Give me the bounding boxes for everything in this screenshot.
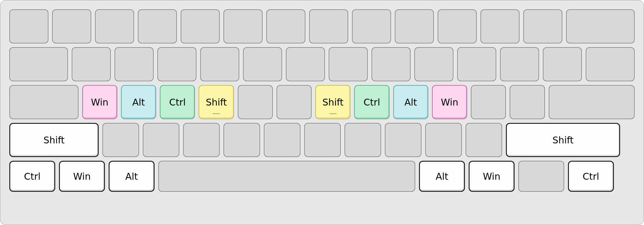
blank-key-r1-c5[interactable] [181,9,220,43]
alt-right-key[interactable]: Alt [419,161,465,192]
spacebar-key[interactable] [158,161,415,192]
blank-key-r3-c14[interactable] [549,85,635,119]
blank-key-r3-c13[interactable] [510,85,545,119]
key-label: Win [73,171,91,182]
blank-key-r3-c1[interactable] [9,85,79,119]
blank-key-r1-c6[interactable] [223,9,263,43]
win-left-key[interactable]: Win [59,161,105,192]
homerow-win-left[interactable]: Win [82,85,117,119]
shift-right-key[interactable]: Shift [506,123,620,157]
blank-key-r4-c6[interactable] [264,123,300,157]
homing-indicator [213,113,220,114]
blank-key-r3-c12[interactable] [471,85,506,119]
blank-key-r4-c7[interactable] [304,123,341,157]
keyboard-row-4: ShiftShift [9,123,635,157]
keyboard-row-3: WinAltCtrlShiftShiftCtrlAltWin [9,85,635,119]
homerow-shift-left[interactable]: Shift [199,85,234,119]
blank-key-r1-c7[interactable] [266,9,305,43]
blank-key-r2-c6[interactable] [243,47,282,81]
key-label: Ctrl [169,97,186,108]
blank-key-r4-c5[interactable] [223,123,260,157]
key-label: Shift [43,135,65,146]
homerow-win-right[interactable]: Win [432,85,467,119]
homerow-ctrl-right[interactable]: Ctrl [354,85,389,119]
blank-key-r4-c3[interactable] [143,123,179,157]
homing-indicator [329,113,337,114]
blank-key-r1-c12[interactable] [480,9,520,43]
shift-left-key[interactable]: Shift [9,123,99,157]
win-right-key[interactable]: Win [469,161,515,192]
key-label: Shift [322,97,344,108]
blank-key-r1-c13[interactable] [523,9,562,43]
keyboard-row-1 [9,9,635,43]
blank-key-r5-c7[interactable] [518,161,564,192]
blank-key-r1-c8[interactable] [309,9,348,43]
blank-key-r4-c8[interactable] [345,123,381,157]
blank-key-r2-c11[interactable] [457,47,496,81]
key-label: Alt [436,171,448,182]
blank-key-r2-c2[interactable] [72,47,111,81]
key-label: Ctrl [363,97,380,108]
blank-key-r2-c7[interactable] [286,47,325,81]
homerow-alt-right[interactable]: Alt [393,85,428,119]
blank-key-r4-c11[interactable] [466,123,502,157]
blank-key-r4-c10[interactable] [425,123,462,157]
blank-key-r1-c14[interactable] [566,9,635,43]
blank-key-r3-c6[interactable] [238,85,273,119]
blank-key-r1-c4[interactable] [138,9,177,43]
blank-key-r1-c11[interactable] [438,9,477,43]
ctrl-left-key[interactable]: Ctrl [9,161,55,192]
blank-key-r2-c5[interactable] [200,47,239,81]
key-label: Shift [552,135,574,146]
alt-left-key[interactable]: Alt [109,161,155,192]
key-label: Win [483,171,500,182]
key-label: Alt [404,97,417,108]
keyboard-row-2 [9,47,635,81]
keyboard-diagram: WinAltCtrlShiftShiftCtrlAltWinShiftShift… [0,0,644,225]
key-label: Ctrl [583,171,599,182]
homerow-ctrl-left[interactable]: Ctrl [160,85,195,119]
blank-key-r2-c1[interactable] [9,47,68,81]
blank-key-r2-c10[interactable] [414,47,453,81]
key-label: Ctrl [24,171,40,182]
key-label: Shift [206,97,227,108]
blank-key-r2-c13[interactable] [543,47,582,81]
blank-key-r1-c9[interactable] [352,9,391,43]
blank-key-r1-c3[interactable] [95,9,134,43]
key-label: Win [441,97,458,108]
blank-key-r2-c3[interactable] [115,47,154,81]
blank-key-r2-c14[interactable] [586,47,635,81]
key-label: Alt [132,97,145,108]
keyboard-row-5: CtrlWinAltAltWinCtrl [9,161,635,192]
blank-key-r3-c7[interactable] [277,85,312,119]
blank-key-r2-c12[interactable] [500,47,539,81]
homerow-alt-left[interactable]: Alt [121,85,156,119]
blank-key-r2-c4[interactable] [157,47,196,81]
key-label: Win [91,97,108,108]
blank-key-r1-c2[interactable] [52,9,91,43]
blank-key-r4-c9[interactable] [385,123,421,157]
blank-key-r2-c9[interactable] [372,47,411,81]
ctrl-right-key[interactable]: Ctrl [568,161,614,192]
blank-key-r1-c10[interactable] [395,9,434,43]
key-label: Alt [125,171,138,182]
homerow-shift-right[interactable]: Shift [315,85,350,119]
blank-key-r4-c4[interactable] [183,123,220,157]
blank-key-r1-c1[interactable] [9,9,48,43]
blank-key-r2-c8[interactable] [329,47,368,81]
blank-key-r4-c2[interactable] [102,123,139,157]
